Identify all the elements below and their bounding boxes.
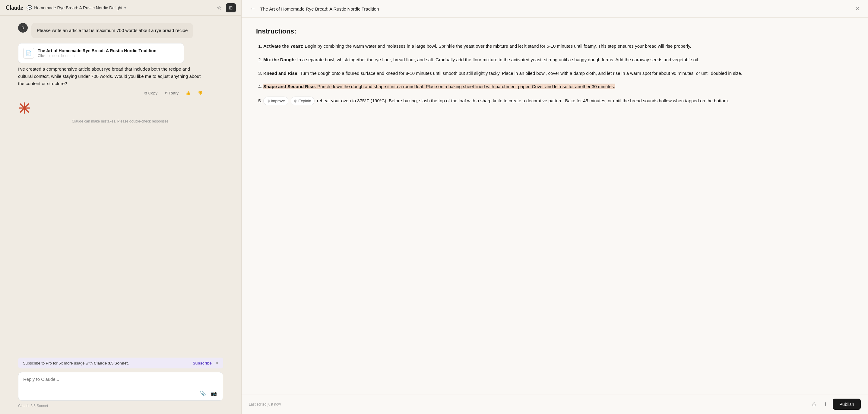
- share-icon: ⎙: [812, 402, 815, 407]
- camera-icon: 📷: [211, 391, 217, 396]
- conversation-title-bar[interactable]: 💬 Homemade Rye Bread: A Rustic Nordic De…: [27, 5, 126, 10]
- share-button[interactable]: ⎙: [810, 401, 818, 408]
- right-panel: ← The Art of Homemade Rye Bread: A Rusti…: [241, 0, 868, 414]
- conversation-title: Homemade Rye Bread: A Rustic Nordic Deli…: [34, 5, 122, 10]
- camera-button[interactable]: 📷: [210, 389, 218, 397]
- improve-icon: ◎: [267, 98, 270, 104]
- top-bar: Claude 💬 Homemade Rye Bread: A Rustic No…: [0, 0, 241, 16]
- user-bubble: Please write an article that is maximum …: [31, 23, 193, 38]
- attach-icon: 📎: [200, 391, 206, 396]
- user-message: D Please write an article that is maximu…: [18, 23, 223, 38]
- doc-header-title: The Art of Homemade Rye Bread: A Rustic …: [260, 6, 850, 11]
- claude-asterisk-svg: [19, 102, 30, 114]
- doc-section-title: Instructions:: [256, 27, 854, 35]
- input-box: 📎 📷: [18, 372, 223, 401]
- step-1-text: Begin by combining the warm water and mo…: [305, 43, 691, 49]
- document-icon: 📄: [26, 50, 32, 56]
- chat-icon: 💬: [27, 5, 32, 10]
- chat-area: D Please write an article that is maximu…: [0, 16, 241, 358]
- last-edited: Last edited just now: [249, 402, 807, 407]
- step-3-text: Turn the dough onto a floured surface an…: [300, 70, 742, 76]
- model-label: Claude 3.5 Sonnet: [18, 403, 223, 409]
- thumbs-up-icon: 👍: [186, 91, 191, 95]
- doc-card[interactable]: 📄 The Art of Homemade Rye Bread: A Rusti…: [18, 43, 184, 63]
- thumbs-up-button[interactable]: 👍: [183, 90, 193, 96]
- banner-text: Subscribe to Pro for 5x more usage with …: [23, 361, 129, 365]
- step-1-bold: Activate the Yeast:: [263, 43, 303, 49]
- claude-logo: [18, 102, 31, 114]
- improve-label: Improve: [271, 98, 285, 104]
- doc-close-button[interactable]: ✕: [854, 4, 861, 13]
- user-avatar: D: [18, 23, 28, 33]
- doc-content: Instructions: Activate the Yeast: Begin …: [242, 18, 868, 394]
- settings-button[interactable]: ⊞: [226, 3, 236, 12]
- settings-icon: ⊞: [229, 5, 233, 10]
- step-5-text: reheat your oven to 375°F (190°C). Befor…: [317, 98, 729, 103]
- copy-button[interactable]: ⧉ Copy: [142, 90, 160, 97]
- input-footer-right: 📎 📷: [199, 389, 218, 397]
- reply-input[interactable]: [23, 377, 218, 387]
- step-3-bold: Knead and Rise:: [263, 70, 299, 76]
- chevron-down-icon: ▾: [124, 6, 126, 10]
- assistant-message: 📄 The Art of Homemade Rye Bread: A Rusti…: [18, 43, 223, 97]
- improve-button[interactable]: ◎ Improve: [263, 96, 288, 105]
- left-panel: Claude 💬 Homemade Rye Bread: A Rustic No…: [0, 0, 241, 414]
- message-actions: ⧉ Copy ↺ Retry 👍 👎: [18, 90, 205, 97]
- attach-button[interactable]: 📎: [199, 389, 207, 397]
- download-icon: ⬇: [824, 402, 827, 407]
- publish-button[interactable]: Publish: [833, 398, 861, 410]
- instructions-list: Activate the Yeast: Begin by combining t…: [256, 42, 854, 105]
- retry-button[interactable]: ↺ Retry: [162, 90, 181, 96]
- copy-icon: ⧉: [145, 91, 147, 96]
- step-4-bold: Shape and Second Rise:: [263, 84, 316, 89]
- list-item: ◎ Improve ◎ Explain reheat your oven to …: [263, 96, 854, 105]
- list-item: Knead and Rise: Turn the dough onto a fl…: [263, 70, 854, 77]
- subscribe-banner: Subscribe to Pro for 5x more usage with …: [18, 358, 223, 368]
- thumbs-down-button[interactable]: 👎: [195, 90, 205, 96]
- subscribe-link[interactable]: Subscribe: [193, 361, 212, 365]
- star-button[interactable]: ☆: [216, 3, 223, 12]
- list-item: Mix the Dough: In a separate bowl, whisk…: [263, 56, 854, 64]
- back-arrow-icon: ←: [250, 6, 255, 12]
- doc-card-title: The Art of Homemade Rye Bread: A Rustic …: [38, 48, 157, 53]
- step-2-text: In a separate bowl, whisk together the r…: [298, 57, 699, 62]
- step-4-highlighted: Shape and Second Rise: Punch down the do…: [263, 84, 615, 89]
- doc-card-info: The Art of Homemade Rye Bread: A Rustic …: [38, 48, 157, 58]
- list-item: Activate the Yeast: Begin by combining t…: [263, 42, 854, 50]
- app-logo: Claude: [5, 4, 23, 11]
- step-4-text: Punch down the dough and shape it into a…: [317, 84, 615, 89]
- download-button[interactable]: ⬇: [821, 400, 830, 408]
- explain-button[interactable]: ◎ Explain: [291, 96, 315, 105]
- explain-icon: ◎: [294, 98, 297, 104]
- explain-label: Explain: [298, 98, 311, 104]
- input-footer: 📎 📷: [23, 389, 218, 397]
- doc-header: ← The Art of Homemade Rye Bread: A Rusti…: [242, 0, 868, 18]
- doc-card-subtitle: Click to open document: [38, 54, 157, 58]
- star-icon: ☆: [217, 4, 222, 11]
- disclaimer: Claude can make mistakes. Please double-…: [18, 119, 223, 126]
- list-item: Shape and Second Rise: Punch down the do…: [263, 83, 854, 91]
- step-2-bold: Mix the Dough:: [263, 57, 296, 62]
- doc-footer: Last edited just now ⎙ ⬇ Publish: [242, 394, 868, 414]
- thumbs-down-icon: 👎: [198, 91, 203, 95]
- doc-card-icon: 📄: [23, 48, 34, 59]
- claude-icon-area: [18, 102, 223, 114]
- banner-close-button[interactable]: ×: [216, 361, 218, 365]
- back-button[interactable]: ←: [249, 4, 257, 13]
- topbar-right: ☆ ⊞: [216, 3, 236, 12]
- retry-icon: ↺: [165, 91, 168, 95]
- input-area: 📎 📷 Claude 3.5 Sonnet: [0, 368, 241, 414]
- close-icon: ✕: [855, 6, 860, 12]
- assistant-text: I've created a comprehensive article abo…: [18, 65, 205, 87]
